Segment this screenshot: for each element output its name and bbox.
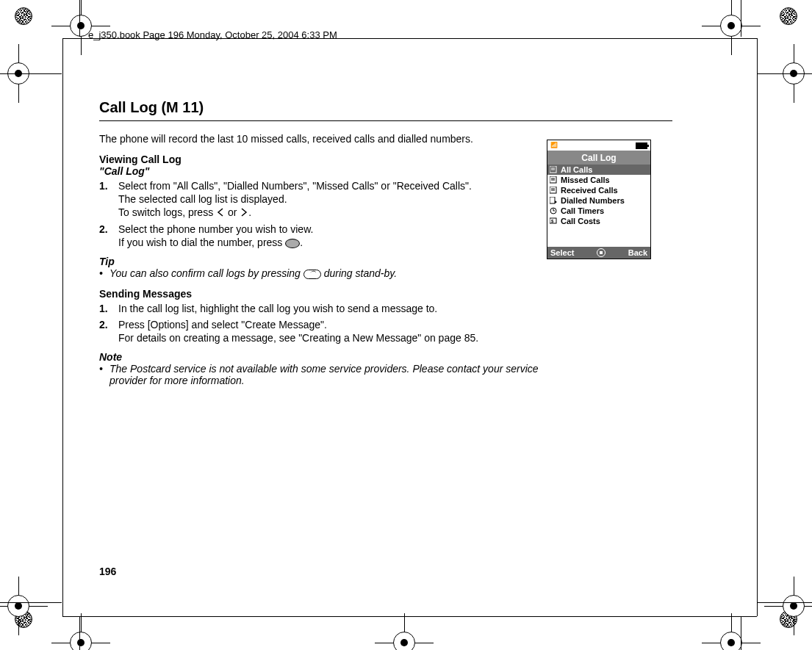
sending-heading: Sending Messages	[99, 288, 672, 300]
phone-screen-title: Call Log	[547, 151, 650, 165]
crop-target-icon	[764, 577, 812, 635]
step-number: 2.	[99, 223, 108, 235]
crop-target-icon	[0, 577, 48, 635]
list-icon	[550, 176, 558, 184]
step-text: In the call log list, highlight the call…	[118, 303, 437, 314]
menu-item-all-calls: All Calls	[547, 165, 650, 175]
crop-target-icon	[51, 0, 110, 55]
phone-softkeys: Select Back	[547, 247, 650, 259]
crop-target-icon	[51, 613, 110, 650]
phone-status-bar: 📶	[547, 140, 650, 151]
sending-steps: 1. In the call log list, highlight the c…	[99, 303, 672, 344]
crop-line	[79, 617, 80, 650]
nav-right-key-icon	[240, 207, 248, 219]
list-icon	[550, 187, 558, 194]
registration-radial-icon	[780, 7, 797, 25]
center-key-icon	[285, 239, 300, 248]
crop-target-icon	[702, 613, 761, 650]
send-key-icon: ⏜	[303, 270, 321, 279]
list-arrow-icon	[550, 197, 558, 204]
crop-target-icon	[702, 0, 761, 55]
svg-text:$: $	[551, 219, 554, 223]
crop-line	[758, 602, 812, 603]
document-header-meta: e_j350.book Page 196 Monday, October 25,…	[88, 29, 337, 40]
crop-line	[0, 602, 62, 603]
step-number: 1.	[99, 180, 108, 192]
battery-icon	[636, 142, 647, 149]
page-title: Call Log (M 11)	[99, 99, 672, 116]
step-number: 1.	[99, 303, 108, 314]
softkey-center-icon	[597, 248, 606, 257]
softkey-right: Back	[628, 248, 647, 257]
note-text: The Postcard service is not available wi…	[99, 363, 550, 386]
crop-target-icon	[375, 613, 434, 650]
signal-icon: 📶	[550, 142, 558, 148]
crop-line	[62, 38, 63, 616]
registration-radial-icon	[15, 7, 32, 25]
page-number: 196	[99, 566, 116, 577]
step-2: 2. Press [Options] and select "Create Me…	[99, 319, 672, 344]
crop-line	[741, 617, 741, 650]
crop-line	[79, 0, 80, 37]
note-label: Note	[99, 351, 672, 363]
step-text: Select from "All Calls", "Dialled Number…	[118, 180, 472, 192]
softkey-left: Select	[550, 248, 574, 257]
step-text: Select the phone number you wish to view…	[118, 223, 313, 235]
svg-rect-9	[550, 197, 555, 203]
list-icon	[550, 166, 558, 173]
menu-item-dialled-numbers: Dialled Numbers	[547, 195, 650, 206]
crop-line	[757, 38, 758, 616]
crop-line	[758, 73, 812, 74]
cost-icon: $	[550, 217, 558, 225]
menu-item-call-timers: Call Timers	[547, 206, 650, 216]
tip-text: You can also confirm call logs by pressi…	[99, 267, 672, 279]
menu-item-missed-calls: Missed Calls	[547, 175, 650, 185]
step-number: 2.	[99, 319, 108, 331]
phone-screen-illustration: 📶 Call Log All Calls Missed Calls Receiv…	[547, 140, 651, 259]
title-rule	[99, 120, 672, 121]
crop-line	[62, 616, 757, 617]
step-subtext: For details on creating a message, see "…	[118, 332, 672, 344]
step-1: 1. In the call log list, highlight the c…	[99, 303, 672, 314]
menu-item-received-calls: Received Calls	[547, 185, 650, 195]
clock-icon	[550, 207, 558, 214]
crop-line	[741, 0, 741, 37]
phone-menu-list: All Calls Missed Calls Received Calls Di…	[547, 165, 650, 226]
step-text: Press [Options] and select "Create Messa…	[118, 319, 327, 331]
crop-line	[0, 73, 62, 74]
menu-item-call-costs: $ Call Costs	[547, 216, 650, 226]
nav-left-key-icon	[216, 207, 225, 219]
